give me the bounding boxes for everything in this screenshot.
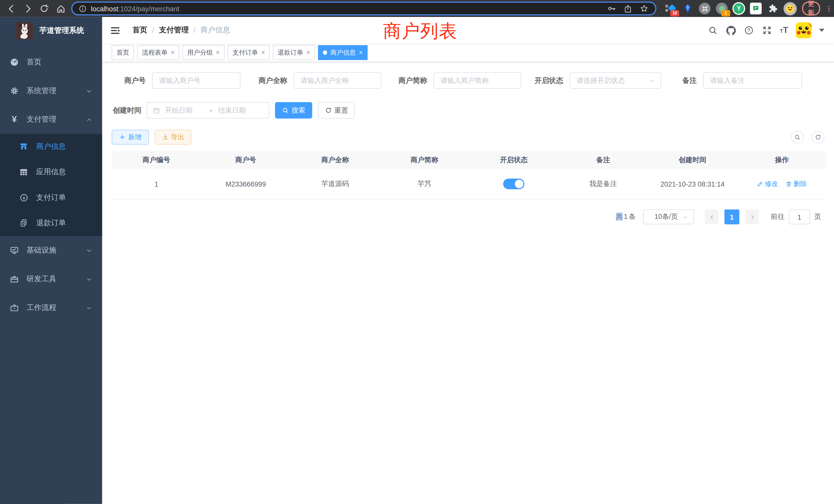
sidebar-logo[interactable]: 芋道管理系统 (0, 17, 102, 44)
search-button[interactable]: 搜索 (275, 102, 312, 118)
password-key-icon[interactable] (607, 4, 616, 13)
chevron-down-icon (86, 247, 93, 254)
url-host: localhost (91, 5, 118, 13)
calendar-icon (153, 107, 160, 114)
add-button[interactable]: 新增 (112, 130, 149, 144)
store-icon (19, 142, 29, 152)
sidebar-item-pay-order[interactable]: ¥ 支付订单 (0, 185, 102, 210)
next-page-button[interactable] (745, 209, 759, 224)
tab-label: 支付订单 (233, 48, 258, 57)
extension-gem-icon[interactable] (681, 2, 695, 16)
question-circle-icon: ? (744, 25, 754, 35)
sidebar-item-label: 研发工具 (27, 274, 86, 284)
browser-menu-button[interactable] (825, 2, 833, 16)
sidebar-item-infrastructure[interactable]: 基础设施 (0, 236, 102, 265)
tab-home[interactable]: 首页 (112, 45, 134, 60)
edit-link-label: 修改 (765, 179, 778, 188)
back-button[interactable] (4, 2, 18, 16)
tab-label: 用户分组 (187, 48, 213, 57)
merchant-shortname-input[interactable] (434, 72, 521, 89)
header-search-button[interactable] (707, 25, 718, 36)
forward-button[interactable] (21, 2, 35, 16)
bookmark-star-icon[interactable] (639, 4, 649, 13)
tab-user-group[interactable]: 用户分组× (182, 45, 225, 60)
share-icon[interactable] (623, 4, 632, 13)
extensions-area: 10 1 Y (664, 2, 833, 16)
extensions-puzzle-icon[interactable] (766, 2, 780, 16)
edit-link[interactable]: 修改 (757, 179, 778, 188)
logo-avatar (16, 22, 33, 39)
close-icon[interactable]: × (306, 49, 310, 56)
sidebar-item-label: 商户信息 (36, 142, 93, 152)
main-area: 首页 / 支付管理 / 商户信息 商户列表 ? (102, 17, 834, 504)
home-button[interactable] (54, 2, 68, 16)
breadcrumb-payment[interactable]: 支付管理 (159, 25, 189, 35)
font-size-small-glyph: T (780, 29, 783, 34)
prev-page-button[interactable] (705, 209, 719, 224)
status-select[interactable]: 请选择开启状态 (570, 72, 661, 89)
tab-refund-order[interactable]: 退款订单× (273, 45, 315, 60)
breadcrumb: 首页 / 支付管理 / 商户信息 (132, 25, 230, 35)
breadcrumb-home[interactable]: 首页 (132, 25, 147, 35)
sidebar: 芋道管理系统 首页 系统管理 (0, 17, 102, 504)
extension-chat-icon[interactable] (749, 2, 763, 16)
help-button[interactable]: ? (744, 25, 754, 36)
navbar: 首页 / 支付管理 / 商户信息 商户列表 ? (102, 17, 834, 44)
sidebar-item-system[interactable]: 系统管理 (0, 76, 102, 105)
page-1-button[interactable]: 1 (724, 209, 739, 224)
font-size-button[interactable]: TT (780, 27, 788, 34)
sidebar-item-workflow[interactable]: 工作流程 (0, 293, 102, 322)
goto-page-input[interactable] (789, 209, 810, 224)
tab-label: 首页 (116, 48, 129, 57)
avatar-caret-icon[interactable] (819, 29, 825, 32)
sidebar-item-label: 基础设施 (27, 246, 86, 255)
ext-square-top (665, 5, 668, 7)
merchant-fullname-input[interactable] (293, 72, 381, 89)
col-merchant-id: 商户编号 (112, 155, 201, 165)
date-range-picker[interactable]: 开始日期 - 结束日期 (147, 102, 269, 118)
date-end-placeholder: 结束日期 (218, 106, 257, 115)
sidebar-collapse-button[interactable] (102, 26, 128, 35)
github-button[interactable] (726, 25, 736, 36)
goto-label: 前往 (771, 212, 785, 222)
browser-update-button[interactable]: 更新 (802, 2, 820, 16)
reload-button[interactable] (37, 2, 51, 16)
close-icon[interactable]: × (261, 49, 265, 56)
sidebar-item-merchant-info[interactable]: 商户信息 (0, 134, 102, 159)
close-icon[interactable]: × (171, 49, 175, 56)
export-button[interactable]: 导出 (155, 130, 192, 144)
extension-y-icon[interactable]: Y (732, 2, 746, 16)
status-toggle-on[interactable] (503, 179, 525, 189)
tab-merchant-info-active[interactable]: 商户信息× (318, 45, 368, 60)
delete-link[interactable]: 删除 (786, 179, 807, 188)
hide-search-button[interactable] (791, 131, 804, 144)
cell-short-name: 芋艿 (380, 179, 469, 189)
tab-process-form[interactable]: 流程表单× (137, 45, 179, 60)
extension-command-icon[interactable] (698, 2, 712, 16)
close-icon[interactable]: × (359, 49, 363, 56)
fullscreen-button[interactable] (762, 25, 772, 36)
extension-raycast-icon[interactable]: 10 (664, 2, 678, 16)
user-avatar[interactable] (796, 22, 812, 38)
profile-avatar[interactable] (783, 2, 797, 16)
url-bar[interactable]: localhost:1024/pay/merchant (71, 2, 657, 16)
sidebar-item-app-info[interactable]: 应用信息 (0, 159, 102, 185)
reset-button[interactable]: 重置 (318, 102, 355, 118)
sidebar-item-payment[interactable]: ¥ 支付管理 (0, 105, 102, 134)
delete-link-label: 删除 (794, 179, 807, 188)
page-size-select[interactable]: 10条/页 (643, 209, 694, 224)
refresh-table-button[interactable] (812, 131, 825, 144)
ext-letter: Y (733, 3, 744, 14)
tab-pay-order[interactable]: 支付订单× (228, 45, 270, 60)
extension-camera-icon[interactable]: 1 (715, 2, 729, 16)
chevron-down-icon (649, 77, 655, 84)
close-icon[interactable]: × (216, 49, 220, 56)
sidebar-item-home[interactable]: 首页 (0, 48, 102, 76)
merchant-no-input[interactable] (152, 72, 240, 89)
sidebar-item-dev-tools[interactable]: 研发工具 (0, 265, 102, 294)
site-info-icon[interactable] (79, 5, 87, 13)
sidebar-item-refund-order[interactable]: 退款订单 (0, 210, 102, 236)
cell-create-time: 2021-10-23 08:31:14 (648, 180, 737, 188)
remark-input[interactable] (703, 72, 802, 89)
app-title: 芋道管理系统 (39, 26, 84, 36)
